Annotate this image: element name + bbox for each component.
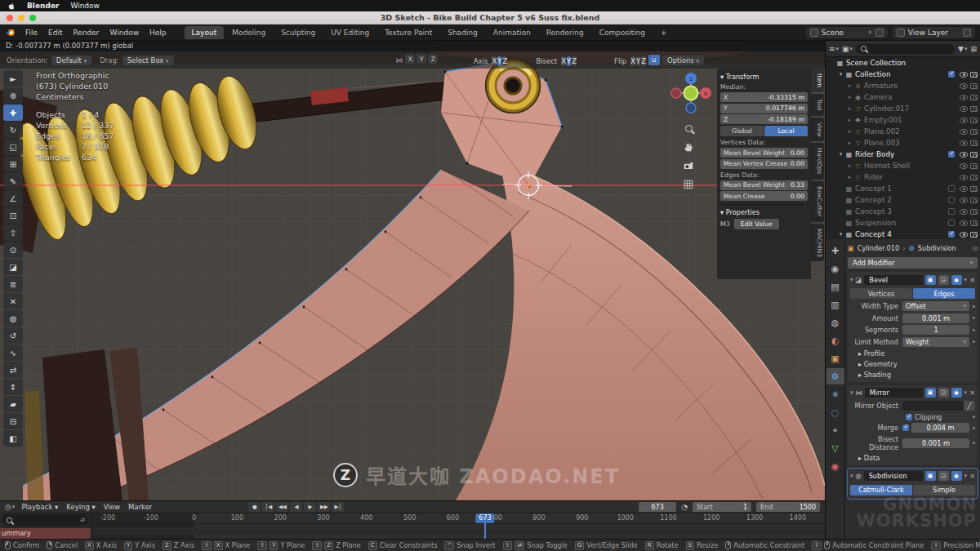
scene-properties-tab-icon[interactable]: ◍ xyxy=(826,314,844,331)
camera-visibility-icon[interactable] xyxy=(970,129,978,135)
tool-bevel[interactable]: ◪ xyxy=(3,259,23,275)
vertex-data-field[interactable]: Mean Vertex Crease0.00 xyxy=(720,159,808,169)
tool-inset-faces[interactable]: ⊙ xyxy=(3,242,23,258)
expand-icon[interactable]: ▸ xyxy=(846,82,853,89)
eye-icon[interactable] xyxy=(960,95,968,100)
close-icon[interactable]: ✕ xyxy=(969,472,975,480)
new-collection-icon[interactable]: ⊞ xyxy=(970,45,977,53)
timeline-menu-playback[interactable]: Playback ▾ xyxy=(21,503,58,511)
eye-icon[interactable] xyxy=(960,198,968,203)
workspace-tab-modeling[interactable]: Modeling xyxy=(225,26,273,39)
tool-smooth[interactable]: ∿ xyxy=(3,344,23,361)
workspace-tab-animation[interactable]: Animation xyxy=(486,26,538,39)
outliner-row[interactable]: ▦Suspension xyxy=(826,217,980,229)
playhead[interactable]: 673 xyxy=(484,513,486,539)
tool-extrude-region[interactable]: ⇧ xyxy=(3,224,23,241)
tool-tweak-select[interactable]: ► xyxy=(3,70,23,87)
extras-dropdown-icon[interactable]: ▾ xyxy=(964,473,968,479)
topbar-menu-edit[interactable]: Edit xyxy=(43,27,67,38)
channel-search-field[interactable]: ⇄ xyxy=(2,514,89,526)
eye-icon[interactable] xyxy=(960,175,968,180)
expand-icon[interactable]: ▾ xyxy=(837,231,844,238)
mirror-flip-x[interactable]: X xyxy=(630,56,635,66)
outliner-row[interactable]: ▸⋔Armature xyxy=(826,80,980,91)
properties-panel-header[interactable]: ▾ Properties xyxy=(720,208,808,216)
median-z-field[interactable]: Z-0.18189 m xyxy=(720,114,808,124)
expand-icon[interactable]: ▾ xyxy=(837,71,844,78)
collapse-icon[interactable]: ▾ xyxy=(850,473,853,479)
frame-end-field[interactable]: End1500 xyxy=(756,502,820,512)
workspace-tab-compositing[interactable]: Compositing xyxy=(592,26,653,39)
tool-shear[interactable]: ▰ xyxy=(3,396,23,412)
selectable-checkbox[interactable] xyxy=(948,151,955,158)
editmode-toggle-icon[interactable]: ▣ xyxy=(925,275,936,285)
play-reverse-button[interactable]: ◀ xyxy=(290,502,302,512)
outliner-row[interactable]: ▦Concept 2 xyxy=(826,194,980,206)
realtime-toggle-icon[interactable]: ◲ xyxy=(938,471,949,481)
outliner-row[interactable]: ▸▽Plane.003 xyxy=(826,137,980,149)
options-dropdown[interactable]: Options ▾ xyxy=(662,56,704,65)
pan-hand-icon[interactable] xyxy=(679,138,697,156)
tool-add-cube[interactable]: ⊡ xyxy=(3,207,23,224)
editor-type-dropdown[interactable]: ◷▾ xyxy=(5,503,15,511)
workspace-tab-rendering[interactable]: Rendering xyxy=(539,26,591,39)
tool-properties-tab-icon[interactable]: ✚ xyxy=(826,242,844,259)
breadcrumb-modifier[interactable]: Subdivision xyxy=(918,244,956,252)
space-global-button[interactable]: Global xyxy=(720,126,764,136)
add-modifier-dropdown[interactable]: Add Modifier▾ xyxy=(848,257,978,269)
eye-icon[interactable] xyxy=(960,163,968,169)
edit-value-button[interactable]: Edit Value xyxy=(734,219,779,229)
outliner-row[interactable]: ▸▽Rider xyxy=(826,171,980,183)
outliner-row[interactable]: ▸◉Camera xyxy=(826,91,980,103)
navigation-gizmo[interactable]: z x xyxy=(668,70,714,116)
mirror-axis-y[interactable]: Y xyxy=(497,56,501,66)
tool-loop-cut[interactable]: ≣ xyxy=(3,276,23,292)
topbar-menu-window[interactable]: Window xyxy=(105,27,145,38)
filter-icon[interactable]: ▼▾ xyxy=(958,45,967,53)
modifier-name-field[interactable]: Bevel xyxy=(864,275,922,285)
panel-shading[interactable]: ▸ Shading xyxy=(850,371,975,379)
expand-icon[interactable]: ▾ xyxy=(837,151,844,158)
mirror-bisect-x[interactable]: X xyxy=(561,56,566,66)
animate-dot[interactable] xyxy=(973,317,975,319)
edge-data-field[interactable]: Mean Crease0.00 xyxy=(720,191,808,201)
sidebar-tab-boxcutter[interactable]: BoxCutter xyxy=(811,181,824,222)
output-properties-tab-icon[interactable]: ▤ xyxy=(826,278,844,295)
expand-icon[interactable]: ▸ xyxy=(846,94,853,100)
mirror-bisect-z[interactable]: Z xyxy=(572,56,577,66)
eye-icon[interactable] xyxy=(960,140,968,146)
expand-icon[interactable]: ▸ xyxy=(846,140,853,146)
topbar-menu-file[interactable]: File xyxy=(20,27,42,38)
realtime-toggle-icon[interactable]: ◲ xyxy=(938,388,949,398)
tool-scale[interactable]: ◱ xyxy=(3,139,23,155)
topbar-menu-help[interactable]: Help xyxy=(145,27,172,38)
mirror-axis-x[interactable]: X xyxy=(405,54,415,64)
bevel-vertices-button[interactable]: Vertices xyxy=(850,288,912,299)
mirror-bisect-y[interactable]: Y xyxy=(567,56,571,66)
outliner-row[interactable]: ▾▦Collection xyxy=(826,69,980,80)
camera-visibility-icon[interactable] xyxy=(970,198,978,203)
workspace-tab-layout[interactable]: Layout xyxy=(185,26,225,39)
field-segments[interactable]: 1 xyxy=(902,325,969,335)
tool-rip-region[interactable]: ⊟ xyxy=(3,413,23,429)
workspace-tab-uv-editing[interactable]: UV Editing xyxy=(323,26,376,39)
macos-app-menu[interactable]: Blender xyxy=(27,2,59,10)
animate-dot[interactable] xyxy=(973,329,975,331)
camera-visibility-icon[interactable] xyxy=(970,140,978,146)
sidebar-tab-tool[interactable]: Tool xyxy=(811,94,824,116)
camera-view-icon[interactable] xyxy=(679,157,697,175)
close-icon[interactable]: ✕ xyxy=(969,389,975,397)
prev-keyframe-button[interactable]: ◀◀ xyxy=(276,502,288,512)
outliner-row[interactable]: ▸▽Helmet Shell xyxy=(826,160,980,171)
play-button[interactable]: ▶ xyxy=(304,502,316,512)
timeline-menu-marker[interactable]: Marker xyxy=(128,503,152,511)
extras-dropdown-icon[interactable]: ▾ xyxy=(964,277,968,283)
modifier-name-field[interactable]: Mirror xyxy=(865,388,923,398)
selectable-checkbox[interactable] xyxy=(948,220,955,226)
camera-visibility-icon[interactable] xyxy=(970,152,978,158)
expand-icon[interactable]: ▸ xyxy=(846,162,853,169)
particles-properties-tab-icon[interactable]: ✳ xyxy=(826,386,844,402)
tool-transform[interactable]: ⊞ xyxy=(3,156,23,172)
camera-visibility-icon[interactable] xyxy=(970,186,978,192)
eye-icon[interactable] xyxy=(960,232,968,238)
